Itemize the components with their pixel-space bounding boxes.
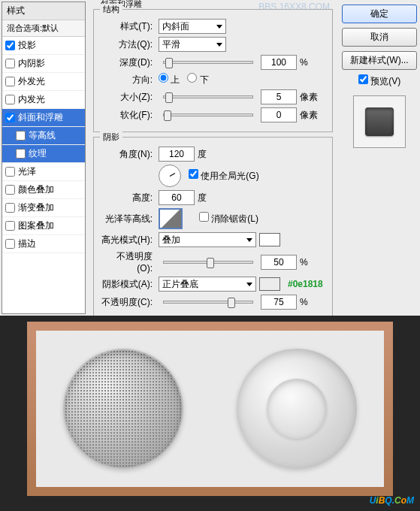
sidebar-item-label: 投影 xyxy=(18,39,36,52)
result-preview-image: UiBQ.CoM xyxy=(0,316,420,511)
checkbox[interactable] xyxy=(5,203,15,213)
soften-label: 软化(F): xyxy=(101,109,153,122)
sidebar-item-inner-glow[interactable]: 内发光 xyxy=(2,91,85,109)
sidebar-item-label: 渐变叠加 xyxy=(18,201,54,214)
angle-label: 角度(N): xyxy=(101,148,153,161)
depth-slider[interactable] xyxy=(163,61,253,64)
sidebar-item-label: 斜面和浮雕 xyxy=(18,111,63,124)
chevron-down-icon xyxy=(246,238,252,242)
preview-swatch xyxy=(365,107,394,136)
shadow-opacity-slider[interactable] xyxy=(163,301,253,304)
altitude-label: 高度: xyxy=(101,192,153,204)
checkbox[interactable] xyxy=(5,113,15,122)
slider-thumb[interactable] xyxy=(165,58,173,68)
structure-fieldset: 结构 样式(T):内斜面 方法(Q):平滑 深度(D):% 方向: 上 下 大小… xyxy=(93,9,333,132)
slider-thumb[interactable] xyxy=(207,258,214,268)
sidebar-item-satin[interactable]: 光泽 xyxy=(2,163,85,181)
hilite-mode-label: 高光模式(H): xyxy=(101,234,153,246)
checkbox[interactable] xyxy=(5,95,15,104)
checkbox[interactable] xyxy=(5,239,15,249)
checkbox[interactable] xyxy=(16,131,26,141)
gloss-contour-picker[interactable] xyxy=(159,208,183,229)
color-annotation: #0e1818 xyxy=(288,279,323,289)
soften-slider[interactable] xyxy=(163,113,253,116)
hilite-opacity-label: 不透明度(O): xyxy=(101,250,153,274)
sidebar-header: 样式 xyxy=(2,2,85,20)
unit: % xyxy=(300,57,308,68)
speaker-frame xyxy=(27,322,393,496)
angle-input[interactable] xyxy=(159,147,195,162)
style-label: 样式(T): xyxy=(101,20,153,33)
sidebar-item-label: 外发光 xyxy=(18,75,45,88)
slider-thumb[interactable] xyxy=(228,298,235,308)
speaker-grille xyxy=(63,349,183,469)
shadow-color-swatch[interactable] xyxy=(259,277,280,291)
sidebar-subheader[interactable]: 混合选项:默认 xyxy=(2,20,85,37)
checkbox[interactable] xyxy=(5,167,15,177)
slider-thumb[interactable] xyxy=(164,110,171,121)
shading-legend: 阴影 xyxy=(100,132,122,143)
checkbox[interactable] xyxy=(5,41,15,50)
shadow-opacity-label: 不透明度(C): xyxy=(101,296,153,309)
sidebar-item-pattern-overlay[interactable]: 图案叠加 xyxy=(2,217,85,235)
main-panel: 斜面和浮雕 结构 样式(T):内斜面 方法(Q):平滑 深度(D):% 方向: … xyxy=(87,0,339,316)
layer-style-dialog: BBS.16XX8.COM 样式 混合选项:默认 投影 内阴影 外发光 内发光 … xyxy=(0,0,420,316)
checkbox[interactable] xyxy=(5,185,15,195)
dialog-buttons: 确定 取消 新建样式(W)... 预览(V) xyxy=(339,0,420,316)
ok-button[interactable]: 确定 xyxy=(342,5,417,23)
shadow-opacity-input[interactable] xyxy=(261,295,297,310)
cancel-button[interactable]: 取消 xyxy=(342,28,417,47)
shadow-mode-label: 阴影模式(A): xyxy=(101,278,153,291)
unit: 像素 xyxy=(300,109,318,122)
shadow-mode-combo[interactable]: 正片叠底 xyxy=(159,277,256,292)
depth-label: 深度(D): xyxy=(101,56,153,69)
sidebar-item-label: 描边 xyxy=(18,237,36,250)
uibq-watermark: UiBQ.CoM xyxy=(370,488,414,508)
sidebar-item-label: 颜色叠加 xyxy=(18,183,54,196)
sidebar-item-bevel-emboss[interactable]: 斜面和浮雕 xyxy=(2,109,85,127)
gloss-label: 光泽等高线: xyxy=(101,213,153,225)
styles-sidebar: 样式 混合选项:默认 投影 内阴影 外发光 内发光 斜面和浮雕 等高线 纹理 光… xyxy=(2,2,86,314)
altitude-input[interactable] xyxy=(159,190,195,205)
size-slider[interactable] xyxy=(163,95,253,98)
structure-legend: 结构 xyxy=(100,4,122,15)
chevron-down-icon xyxy=(216,25,222,29)
soften-input[interactable] xyxy=(261,107,297,122)
direction-up[interactable]: 上 xyxy=(159,73,180,86)
direction-down[interactable]: 下 xyxy=(187,73,208,86)
depth-input[interactable] xyxy=(261,55,297,70)
sidebar-item-contour[interactable]: 等高线 xyxy=(2,127,85,145)
chevron-down-icon xyxy=(246,283,252,286)
antialias-checkbox[interactable]: 消除锯齿(L) xyxy=(199,212,258,225)
checkbox[interactable] xyxy=(16,149,26,159)
size-label: 大小(Z): xyxy=(101,91,153,104)
angle-dial[interactable] xyxy=(159,165,181,187)
unit: 度 xyxy=(198,148,207,161)
use-global-light[interactable]: 使用全局光(G) xyxy=(189,169,259,183)
style-combo[interactable]: 内斜面 xyxy=(159,19,226,34)
sidebar-item-texture[interactable]: 纹理 xyxy=(2,145,85,163)
checkbox[interactable] xyxy=(5,77,15,86)
sidebar-item-label: 图案叠加 xyxy=(18,219,54,232)
method-combo[interactable]: 平滑 xyxy=(159,37,226,52)
chevron-down-icon xyxy=(216,43,222,47)
sidebar-item-gradient-overlay[interactable]: 渐变叠加 xyxy=(2,199,85,217)
hilite-color-swatch[interactable] xyxy=(259,233,280,246)
hilite-opacity-input[interactable] xyxy=(261,255,297,270)
hilite-mode-combo[interactable]: 叠加 xyxy=(159,232,256,247)
size-input[interactable] xyxy=(261,89,297,104)
new-style-button[interactable]: 新建样式(W)... xyxy=(342,51,417,70)
preview-checkbox[interactable]: 预览(V) xyxy=(342,74,417,88)
sidebar-item-drop-shadow[interactable]: 投影 xyxy=(2,37,85,55)
unit: 像素 xyxy=(300,91,318,104)
sidebar-item-label: 等高线 xyxy=(29,129,56,142)
hilite-opacity-slider[interactable] xyxy=(163,261,253,264)
checkbox[interactable] xyxy=(5,221,15,231)
checkbox[interactable] xyxy=(5,59,15,68)
sidebar-item-label: 内阴影 xyxy=(18,57,45,70)
slider-thumb[interactable] xyxy=(165,92,173,103)
sidebar-item-inner-shadow[interactable]: 内阴影 xyxy=(2,55,85,73)
sidebar-item-outer-glow[interactable]: 外发光 xyxy=(2,73,85,91)
sidebar-item-color-overlay[interactable]: 颜色叠加 xyxy=(2,181,85,199)
sidebar-item-stroke[interactable]: 描边 xyxy=(2,235,85,253)
